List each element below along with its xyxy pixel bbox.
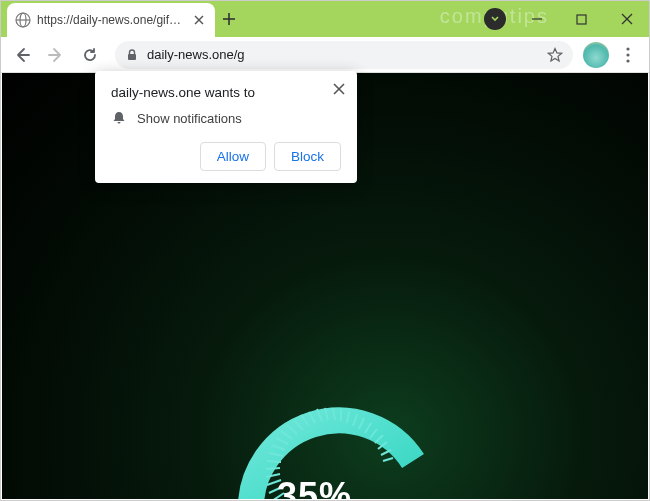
close-icon xyxy=(333,83,345,95)
forward-button[interactable] xyxy=(41,40,71,70)
arrow-left-icon xyxy=(13,46,31,64)
plus-icon xyxy=(222,12,236,26)
progress-percent-label: 35% xyxy=(277,475,352,499)
notification-permission-popup: daily-news.one wants to Show notificatio… xyxy=(95,71,357,183)
tab-title: https://daily-news.one/gif-lp/3/? xyxy=(37,13,185,27)
bell-icon xyxy=(111,110,127,126)
url-text: daily-news.one/g xyxy=(147,47,539,62)
titlebar: https://daily-news.one/gif-lp/3/? comput… xyxy=(1,1,649,37)
arrow-right-icon xyxy=(47,46,65,64)
popup-title: daily-news.one wants to xyxy=(111,85,341,100)
svg-rect-11 xyxy=(128,54,136,60)
kebab-icon xyxy=(626,47,630,63)
popup-actions: Allow Block xyxy=(111,142,341,171)
menu-button[interactable] xyxy=(613,40,643,70)
close-icon xyxy=(194,15,204,25)
star-icon xyxy=(547,47,563,63)
maximize-icon xyxy=(576,14,587,25)
new-tab-button[interactable] xyxy=(215,1,243,37)
back-button[interactable] xyxy=(7,40,37,70)
reload-icon xyxy=(81,46,99,64)
permission-item-label: Show notifications xyxy=(137,111,242,126)
svg-point-13 xyxy=(626,53,629,56)
svg-line-19 xyxy=(266,468,280,469)
minimize-icon xyxy=(531,13,543,25)
svg-line-41 xyxy=(383,458,393,461)
lock-icon xyxy=(125,48,139,62)
browser-window: https://daily-news.one/gif-lp/3/? comput… xyxy=(0,0,650,501)
block-button[interactable]: Block xyxy=(274,142,341,171)
close-icon xyxy=(621,13,633,25)
svg-point-14 xyxy=(626,59,629,62)
globe-icon xyxy=(15,12,31,28)
address-bar[interactable]: daily-news.one/g xyxy=(115,41,573,69)
progress-gauge: 35% xyxy=(195,353,455,499)
extension-badge[interactable] xyxy=(484,8,506,30)
bookmark-button[interactable] xyxy=(547,47,563,63)
permission-row: Show notifications xyxy=(111,110,341,126)
window-controls xyxy=(484,1,649,37)
maximize-button[interactable] xyxy=(559,1,604,37)
popup-close-button[interactable] xyxy=(329,79,349,99)
svg-rect-8 xyxy=(577,15,586,24)
shield-chevron-icon xyxy=(490,14,500,24)
profile-avatar[interactable] xyxy=(583,42,609,68)
allow-button[interactable]: Allow xyxy=(200,142,266,171)
browser-tab[interactable]: https://daily-news.one/gif-lp/3/? xyxy=(7,3,215,37)
reload-button[interactable] xyxy=(75,40,105,70)
svg-point-12 xyxy=(626,47,629,50)
svg-line-20 xyxy=(267,461,281,462)
tab-close-button[interactable] xyxy=(191,12,207,28)
minimize-button[interactable] xyxy=(514,1,559,37)
toolbar: daily-news.one/g xyxy=(1,37,649,73)
close-window-button[interactable] xyxy=(604,1,649,37)
